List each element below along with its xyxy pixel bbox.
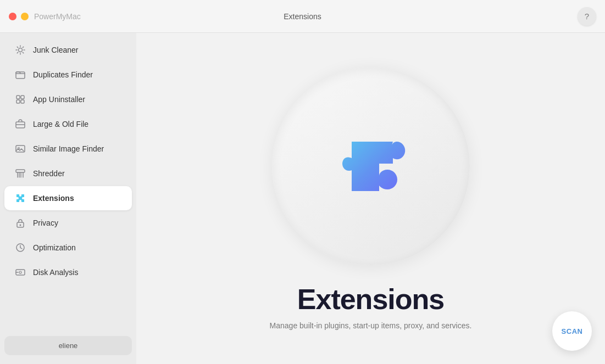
content-area: Extensions Manage built-in plugins, star… bbox=[136, 33, 605, 364]
shredder-icon bbox=[14, 167, 26, 180]
sidebar-item-label: Optimization bbox=[33, 243, 76, 252]
app-name: PowerMyMac bbox=[34, 12, 81, 21]
sidebar-item-label: Similar Image Finder bbox=[33, 144, 104, 153]
folder-icon bbox=[14, 69, 26, 81]
svg-point-0 bbox=[19, 48, 23, 52]
sidebar-item-label: App Uninstaller bbox=[33, 95, 85, 104]
close-button[interactable] bbox=[9, 13, 16, 20]
main-layout: Junk CleanerDuplicates FinderApp Uninsta… bbox=[0, 33, 605, 364]
svg-rect-4 bbox=[16, 100, 20, 103]
svg-rect-10 bbox=[16, 170, 25, 172]
title-bar: PowerMyMac Extensions ? bbox=[0, 0, 605, 33]
sidebar-item-label: Privacy bbox=[33, 219, 58, 227]
svg-rect-5 bbox=[21, 100, 24, 103]
sidebar-item-disk-analysis[interactable]: Disk Analysis bbox=[4, 260, 132, 284]
minimize-button[interactable] bbox=[21, 13, 29, 20]
help-button[interactable]: ? bbox=[578, 7, 596, 26]
sidebar: Junk CleanerDuplicates FinderApp Uninsta… bbox=[0, 33, 136, 364]
window-controls bbox=[9, 13, 29, 20]
sidebar-item-extensions[interactable]: Extensions bbox=[4, 186, 132, 210]
sidebar-item-duplicates-finder[interactable]: Duplicates Finder bbox=[4, 63, 132, 87]
hero-circle bbox=[272, 68, 470, 265]
optimization-icon bbox=[14, 242, 26, 254]
sidebar-item-app-uninstaller[interactable]: App Uninstaller bbox=[4, 87, 132, 111]
sidebar-item-label: Shredder bbox=[33, 169, 65, 178]
disk-icon bbox=[14, 266, 26, 278]
sidebar-item-label: Duplicates Finder bbox=[33, 70, 93, 79]
sidebar-item-optimization[interactable]: Optimization bbox=[4, 236, 132, 260]
sidebar-item-label: Extensions bbox=[33, 194, 74, 203]
svg-rect-2 bbox=[16, 96, 20, 99]
sidebar-item-large-old-file[interactable]: Large & Old File bbox=[4, 112, 132, 136]
sidebar-item-privacy[interactable]: Privacy bbox=[4, 211, 132, 235]
sidebar-item-junk-cleaner[interactable]: Junk Cleaner bbox=[4, 38, 132, 62]
puzzle-icon bbox=[321, 117, 420, 216]
image-icon bbox=[14, 143, 26, 155]
sidebar-item-similar-image-finder[interactable]: Similar Image Finder bbox=[4, 137, 132, 161]
app-icon bbox=[14, 93, 26, 105]
user-badge[interactable]: eliene bbox=[4, 336, 132, 355]
svg-point-15 bbox=[19, 271, 21, 273]
puzzle-icon bbox=[14, 192, 26, 204]
sidebar-item-label: Large & Old File bbox=[33, 120, 88, 128]
svg-point-12 bbox=[20, 225, 21, 226]
scan-button[interactable]: SCAN bbox=[552, 311, 592, 351]
sidebar-footer: eliene bbox=[0, 332, 136, 360]
sidebar-item-label: Junk Cleaner bbox=[33, 46, 79, 54]
svg-rect-3 bbox=[21, 96, 24, 99]
sidebar-item-shredder[interactable]: Shredder bbox=[4, 161, 132, 186]
hero-subtitle: Manage built-in plugins, start-up items,… bbox=[270, 321, 472, 330]
page-title: Extensions bbox=[284, 12, 321, 21]
briefcase-icon bbox=[14, 118, 26, 130]
hero-title: Extensions bbox=[297, 283, 444, 316]
sidebar-item-label: Disk Analysis bbox=[33, 268, 78, 277]
gear-icon bbox=[14, 44, 26, 56]
lock-icon bbox=[14, 217, 26, 229]
